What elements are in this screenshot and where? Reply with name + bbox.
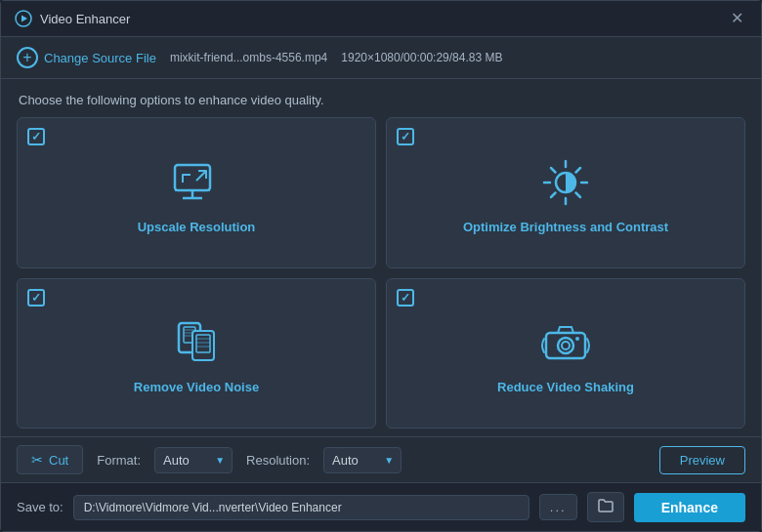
format-label: Format: [97, 453, 141, 468]
source-file-meta: 1920×1080/00:00:29/84.83 MB [341, 51, 502, 64]
option-upscale[interactable]: Upscale Resolution [17, 117, 376, 268]
svg-line-15 [551, 192, 556, 197]
svg-line-6 [196, 171, 206, 181]
scissors-icon: ✂ [31, 452, 43, 468]
brightness-label: Optimize Brightness and Contrast [463, 220, 668, 234]
option-shaking[interactable]: Reduce Video Shaking [386, 278, 745, 430]
change-source-label: Change Source File [44, 51, 156, 65]
svg-line-12 [551, 168, 556, 173]
upscale-icon [169, 155, 224, 210]
app-icon [15, 10, 32, 27]
window-title: Video Enhancer [40, 12, 130, 26]
cut-button[interactable]: ✂ Cut [17, 445, 83, 474]
svg-point-29 [575, 337, 579, 341]
noise-checkbox[interactable] [27, 289, 45, 307]
source-bar: + Change Source File mixkit-friend...omb… [1, 37, 761, 79]
source-file-name: mixkit-friend...ombs-4556.mp4 [170, 51, 327, 64]
resolution-select-wrapper: Auto 1080p 720p 480p ▼ [323, 447, 402, 473]
close-button[interactable]: ✕ [727, 9, 747, 28]
brightness-icon [538, 155, 593, 210]
upscale-label: Upscale Resolution [138, 220, 256, 234]
noise-icon [169, 315, 224, 370]
save-to-label: Save to: [17, 500, 64, 514]
shaking-checkbox[interactable] [397, 289, 414, 307]
svg-point-27 [558, 338, 573, 353]
enhance-button[interactable]: Enhance [634, 493, 745, 522]
preview-button[interactable]: Preview [659, 446, 745, 474]
upscale-checkbox[interactable] [27, 128, 45, 145]
shaking-label: Reduce Video Shaking [497, 380, 634, 394]
shaking-icon [538, 315, 593, 370]
brightness-checkbox[interactable] [397, 128, 414, 145]
browse-dots-button[interactable]: ... [539, 494, 577, 520]
svg-line-13 [576, 192, 581, 197]
folder-icon [598, 498, 614, 513]
format-select[interactable]: Auto MP4 AVI MOV MKV [154, 447, 233, 473]
plus-circle-icon: + [17, 47, 38, 68]
format-select-wrapper: Auto MP4 AVI MOV MKV ▼ [154, 447, 233, 473]
option-brightness[interactable]: Optimize Brightness and Contrast [386, 117, 745, 268]
change-source-button[interactable]: + Change Source File [17, 47, 156, 68]
save-path: D:\Vidmore\Vidmore Vid...nverter\Video E… [73, 495, 529, 520]
bottom-toolbar: ✂ Cut Format: Auto MP4 AVI MOV MKV ▼ Res… [1, 436, 761, 482]
option-noise[interactable]: Remove Video Noise [17, 278, 376, 430]
noise-label: Remove Video Noise [134, 380, 259, 394]
svg-marker-1 [21, 16, 27, 22]
title-left: Video Enhancer [15, 10, 130, 27]
instructions-text: Choose the following options to enhance … [1, 79, 761, 117]
svg-rect-2 [175, 165, 210, 190]
svg-line-14 [576, 168, 581, 173]
open-folder-button[interactable] [587, 492, 624, 522]
save-bar: Save to: D:\Vidmore\Vidmore Vid...nverte… [1, 482, 761, 531]
svg-point-28 [562, 342, 570, 349]
app-window: Video Enhancer ✕ + Change Source File mi… [0, 0, 762, 532]
resolution-select[interactable]: Auto 1080p 720p 480p [323, 447, 402, 473]
cut-label: Cut [49, 453, 68, 468]
options-grid: Upscale Resolution Optimize Brightness a… [1, 117, 761, 429]
title-bar: Video Enhancer ✕ [1, 1, 761, 37]
resolution-label: Resolution: [246, 453, 310, 468]
